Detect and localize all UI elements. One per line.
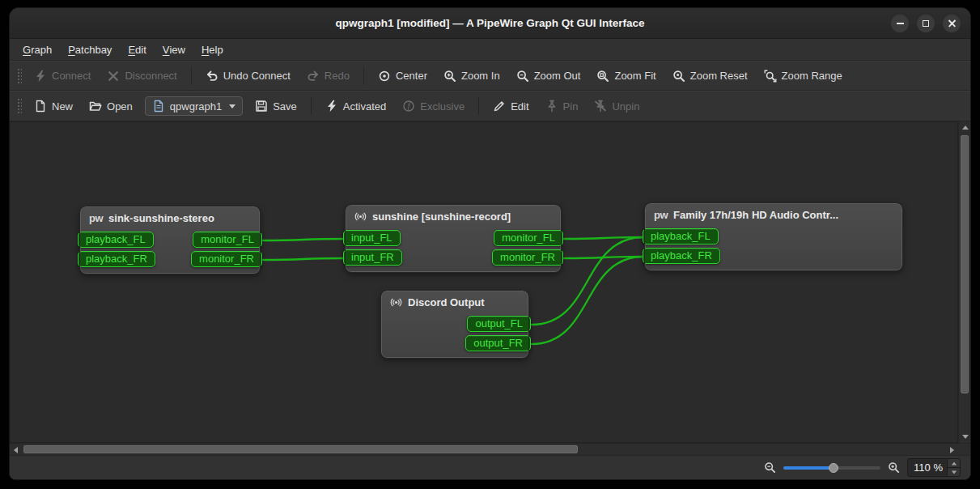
toolbar-button-new[interactable]: New [27,96,80,117]
open-icon [89,100,102,113]
menu-graph[interactable]: Graph [15,39,60,60]
zoom-spinbox[interactable]: 110 % [907,458,961,477]
connection-wire[interactable] [263,258,344,260]
maximize-button[interactable] [917,15,935,32]
toolbar-button-zoom-out[interactable]: Zoom Out [509,66,588,87]
port-playback_FR[interactable]: playback_FR [643,248,720,264]
toolbar-button-exclusive[interactable]: Exclusive [395,96,472,117]
toolbar-button-center[interactable]: Center [371,66,435,87]
toolbar-button-unpin[interactable]: Unpin [587,96,647,117]
scrollbar-corner [958,444,970,455]
toolbar-button-undo-connect[interactable]: Undo Connect [198,66,298,87]
horizontal-scroll-handle[interactable] [23,445,578,453]
toolbar-button-activated[interactable]: Activated [318,96,393,117]
x-icon [107,70,120,83]
port-playback_FL[interactable]: playback_FL [78,232,154,248]
node-sink[interactable]: pwsink-sunshine-stereoplayback_FLmonitor… [80,206,260,274]
toolbar-button-edit[interactable]: Edit [486,96,536,117]
toolbar-button-save[interactable]: Save [248,96,304,117]
port-monitor_FL[interactable]: monitor_FL [494,230,563,246]
vertical-scroll-track[interactable] [959,134,970,431]
toolbar-button-zoom-in[interactable]: Zoom In [436,66,507,87]
toolbar-separator [191,67,192,85]
toolbar-button-label: Connect [52,70,91,82]
port-monitor_FL[interactable]: monitor_FL [193,232,262,248]
scroll-left-button[interactable] [10,444,22,456]
zoom-value[interactable]: 110 % [908,459,947,476]
toolbar-button-zoom-fit[interactable]: Zoom Fit [589,66,663,87]
toolbar-button-patchbay-current[interactable]: qpwgraph1 [145,96,243,116]
close-button[interactable] [943,15,961,32]
zoom-out-icon[interactable] [764,461,776,474]
dropdown-arrow-icon [229,104,235,108]
zoom-in-icon[interactable] [888,461,900,474]
scroll-up-button[interactable] [959,121,971,134]
menu-edit[interactable]: Edit [120,39,154,60]
port-row: output_FR [390,335,520,351]
zoom-slider[interactable] [783,462,880,474]
horizontal-scrollbar-row [10,443,970,455]
port-row: input_FLmonitor_FL [354,230,552,246]
save-icon [255,100,268,113]
bolt-icon [34,70,47,83]
toolbar-button-open[interactable]: Open [82,96,140,117]
toolbar-button-zoom-reset[interactable]: Zoom Reset [665,66,755,87]
port-monitor_FR[interactable]: monitor_FR [191,251,262,267]
port-playback_FL[interactable]: playback_FL [643,228,719,244]
scroll-down-button[interactable] [959,431,971,443]
node-ports: playback_FLmonitor_FLplayback_FRmonitor_… [89,232,251,267]
node-ports: playback_FLplayback_FR [654,228,893,264]
port-output_FL[interactable]: output_FL [467,316,531,332]
toolbar-button-disconnect[interactable]: Disconnect [100,66,184,87]
menu-patchbay[interactable]: Patchbay [60,39,120,60]
toolbar-main: ConnectDisconnectUndo ConnectRedoCenterZ… [10,61,970,91]
node-header: pwsink-sunshine-stereo [89,207,251,228]
toolbar-button-pin[interactable]: Pin [538,96,586,117]
mag-reset-icon [672,70,685,83]
port-playback_FR[interactable]: playback_FR [78,251,155,267]
zoom-slider-handle[interactable] [829,463,838,473]
toolbar-button-redo[interactable]: Redo [299,66,357,87]
toolbar-button-label: Zoom Reset [690,70,748,82]
menu-view[interactable]: View [155,39,193,60]
zoom-spin-arrows [947,459,960,476]
toolbar-handle[interactable] [16,67,22,85]
vertical-scrollbar[interactable] [958,121,970,443]
toolbar-separator [363,67,364,85]
node-discord[interactable]: Discord Outputoutput_FLoutput_FR [381,291,528,358]
toolbar-handle[interactable] [16,97,22,115]
toolbar-button-label: Zoom Range [782,70,842,82]
node-title: Family 17h/19h HD Audio Contr... [673,209,838,221]
toolbar-button-zoom-range[interactable]: Zoom Range [757,66,850,87]
toolbar-button-label: Unpin [612,100,639,113]
broadcast-icon [390,296,402,308]
toolbar-button-label: Zoom In [461,70,500,82]
horizontal-scroll-track[interactable] [22,444,946,455]
node-ports: input_FLmonitor_FLinput_FRmonitor_FR [354,230,552,266]
toolbar-button-connect[interactable]: Connect [27,66,98,87]
node-family[interactable]: pwFamily 17h/19h HD Audio Contr...playba… [645,203,902,270]
minimize-button[interactable] [891,15,909,32]
close-icon [948,19,957,28]
horizontal-scrollbar[interactable] [10,444,958,455]
port-output_FR[interactable]: output_FR [465,335,531,351]
toolbar-button-label: Open [107,100,133,113]
file-icon [152,100,165,113]
arrow-down-icon [962,435,969,439]
node-sunshine[interactable]: sunshine [sunshine-record]input_FLmonito… [346,205,561,272]
scroll-right-button[interactable] [946,444,958,456]
port-input_FL[interactable]: input_FL [343,230,401,246]
vertical-scroll-handle[interactable] [961,135,969,393]
node-ports: output_FLoutput_FR [390,316,520,351]
titlebar[interactable]: qpwgraph1 [modified] — A PipeWire Graph … [10,8,970,39]
menu-help[interactable]: Help [193,39,231,60]
port-input_FR[interactable]: input_FR [343,249,402,266]
redo-icon [307,70,320,83]
spin-down-button[interactable] [948,467,960,476]
window-title: qpwgraph1 [modified] — A PipeWire Graph … [10,8,970,38]
connection-wire[interactable] [263,239,344,240]
port-monitor_FR[interactable]: monitor_FR [492,249,563,266]
statusbar: 110 % [10,455,970,479]
spin-up-button[interactable] [948,459,960,467]
canvas[interactable]: pwsink-sunshine-stereoplayback_FLmonitor… [10,121,958,443]
